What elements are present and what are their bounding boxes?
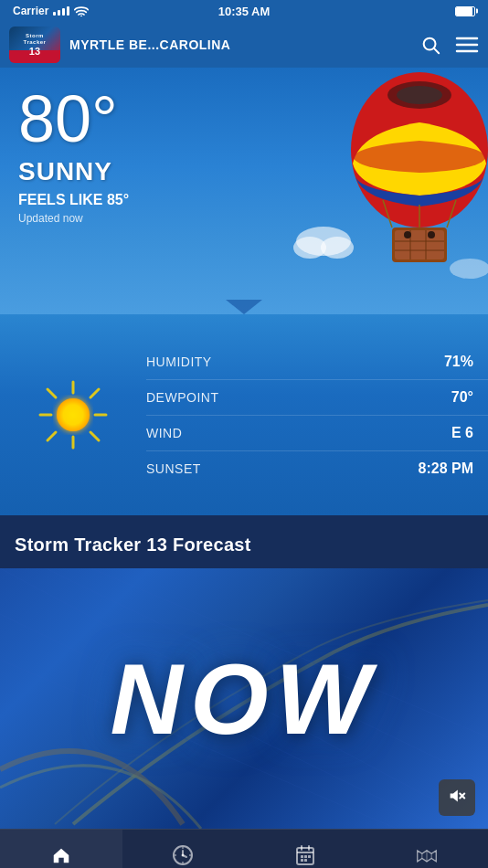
wind-row: WIND E 6 [146,416,488,451]
status-bar: Carrier 10:35 AM [0,0,488,22]
svg-rect-52 [301,855,303,858]
svg-rect-54 [308,855,311,858]
sunset-row: SUNSET 8:28 PM [146,451,488,486]
carrier-signal: Carrier [13,5,89,17]
svg-point-43 [182,854,185,857]
sunset-value: 8:28 PM [419,460,473,477]
svg-point-0 [80,16,82,16]
svg-line-29 [90,432,99,440]
svg-rect-55 [301,859,303,862]
radar-icon [414,844,440,866]
now-text: NOW [111,640,378,757]
weather-content: 80° SUNNY FEELS LIKE 85° Updated now [0,68,488,314]
dewpoint-value: 70° [451,389,473,406]
svg-line-30 [90,389,99,397]
chevron-down-icon [226,300,262,314]
feels-like-label-text: FEELS LIKE [18,192,102,207]
calendar-icon [294,844,316,866]
condition-label: SUNNY [18,157,470,186]
nav-radar[interactable]: Radar [366,830,489,868]
wifi-icon [74,5,89,16]
now-video-panel[interactable]: NOW [0,568,488,829]
sun-icon [37,378,110,451]
feels-like-row: FEELS LIKE 85° [18,192,470,208]
forecast-title: Storm Tracker 13 Forecast [15,535,251,556]
humidity-label: HUMIDITY [146,355,212,369]
svg-line-28 [48,389,56,397]
svg-point-32 [57,398,90,431]
bottom-nav: Home Hourly Daily [0,829,488,868]
sun-icon-container [0,314,146,515]
signal-icon [53,6,69,16]
nav-home[interactable]: Home [0,830,122,868]
weather-main-panel: 80° SUNNY FEELS LIKE 85° Updated now [0,68,488,314]
wind-label: WIND [146,426,182,440]
battery-area [455,6,475,16]
svg-line-2 [434,48,439,53]
app-logo: Storm Tracker 13 [9,26,60,63]
app-header: Storm Tracker 13 MYRTLE BE...CAROLINA [0,22,488,68]
weather-details-panel: HUMIDITY 71% DEWPOINT 70° WIND E 6 SUNSE… [0,314,488,515]
mute-icon [448,788,466,809]
location-label: MYRTLE BE...CAROLINA [69,37,411,52]
time-display: 10:35 AM [218,5,271,18]
header-actions [420,35,479,55]
nav-daily[interactable]: Daily [244,830,366,868]
menu-icon[interactable] [455,35,479,55]
svg-rect-53 [304,855,307,858]
details-grid: HUMIDITY 71% DEWPOINT 70° WIND E 6 SUNSE… [146,314,488,515]
dewpoint-row: DEWPOINT 70° [146,380,488,416]
carrier-label: Carrier [13,5,48,17]
sunset-label: SUNSET [146,461,201,476]
updated-label: Updated now [18,212,470,225]
svg-rect-56 [304,859,307,862]
nav-hourly[interactable]: Hourly [122,830,245,868]
dewpoint-label: DEWPOINT [146,390,218,405]
wind-value: E 6 [451,425,473,441]
home-icon [50,845,72,865]
temperature-display: 80° [18,86,470,152]
forecast-section: Storm Tracker 13 Forecast [0,515,488,568]
mute-button[interactable] [439,779,475,816]
feels-like-val-text: 85° [107,192,129,207]
humidity-row: HUMIDITY 71% [146,344,488,380]
svg-line-31 [48,432,56,440]
humidity-value: 71% [444,354,473,370]
search-icon[interactable] [420,35,440,55]
clock-icon [172,844,194,866]
battery-icon [455,6,475,16]
